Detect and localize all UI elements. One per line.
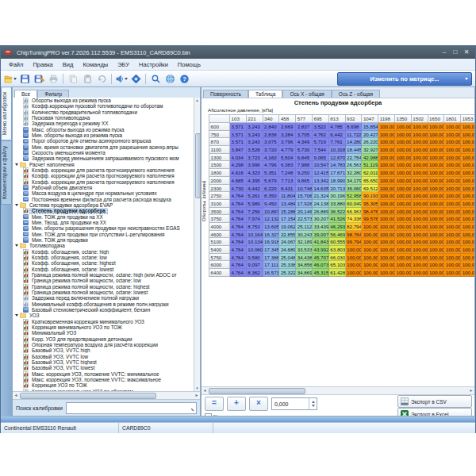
paste-icon[interactable] (81, 72, 94, 85)
grid-cell[interactable]: 4,764 (230, 261, 247, 269)
grid-cell[interactable]: 3,723 (247, 154, 263, 162)
tree-folder[interactable]: Система продувки адсорбера EVAP (13, 202, 194, 208)
grid-cell[interactable]: 34,869 (296, 269, 313, 277)
grid-cell[interactable]: 100,000 (412, 146, 428, 154)
grid-cell[interactable]: 65,103 (329, 261, 346, 269)
scrollbar-thumb[interactable] (195, 133, 201, 198)
minimize-button[interactable]: – (439, 47, 450, 58)
export-excel-button[interactable]: Экспорт в Excel (397, 408, 472, 416)
grid-cell[interactable]: 100,000 (461, 200, 475, 208)
grid-cell[interactable]: 100,000 (461, 131, 475, 139)
chevron-down-icon[interactable] (13, 78, 17, 80)
grid-cell[interactable]: 100,000 (444, 200, 461, 208)
grid-cell[interactable]: 100,000 (428, 131, 445, 139)
grid-cell[interactable]: 100,000 (378, 238, 395, 246)
help-icon[interactable]: ? (178, 72, 190, 85)
grid-cell[interactable]: 100,000 (378, 208, 395, 216)
chevron-down-icon[interactable] (125, 78, 128, 80)
expander-icon[interactable] (15, 314, 18, 317)
tree-item[interactable]: Коэфф. коррекции для расчета прогнозируе… (13, 173, 194, 178)
grid-cell[interactable]: 2,669 (279, 123, 296, 131)
change-by-matrix-button[interactable]: Изменить по матрице... (337, 72, 472, 86)
grid-cell[interactable]: 9,097 (247, 261, 263, 269)
grid-cell[interactable]: 2,837 (296, 123, 313, 131)
grid-cell[interactable]: 3,243 (247, 123, 263, 131)
grid-cell[interactable]: 24,067 (279, 238, 296, 246)
grid-cell[interactable]: 100,000 (412, 177, 428, 185)
save-icon[interactable] (18, 72, 31, 85)
grid-cell[interactable]: 3,796 (279, 138, 296, 146)
grid-cell[interactable]: 100,000 (461, 185, 475, 193)
grid-cell[interactable]: 100,000 (362, 231, 378, 239)
grid-cell[interactable]: 100,000 (395, 146, 412, 154)
grid-cell[interactable]: 100,000 (428, 169, 445, 177)
grid-cell[interactable]: 4,323 (247, 169, 263, 177)
grid-cell[interactable]: 100,000 (395, 123, 412, 131)
grid-cell[interactable]: 34,438 (296, 254, 313, 262)
grid-cell[interactable]: 100,000 (378, 215, 395, 223)
grid-cell[interactable]: 16,918 (263, 238, 280, 246)
tree-item[interactable]: Пусковая топливоподача (13, 115, 194, 121)
spin-down-icon[interactable] (312, 405, 315, 407)
grid-cell[interactable]: 9,450 (263, 200, 280, 208)
grid-cell[interactable]: 19,062 (279, 223, 296, 231)
copy-icon[interactable] (67, 72, 79, 85)
grid-cell[interactable]: 17,111 (263, 261, 280, 269)
grid-cell[interactable]: 69,512 (362, 185, 378, 193)
tree-item[interactable]: 12Мин. время остановки двигателя для раз… (13, 144, 194, 150)
add-button[interactable]: + (227, 397, 246, 411)
grid-cell[interactable]: 7,713 (279, 177, 296, 185)
grid-cell[interactable]: 100,000 (395, 254, 412, 262)
expander-icon[interactable] (15, 244, 18, 247)
grid-cell[interactable]: 100,000 (428, 208, 445, 216)
grid-cell[interactable]: 11,804 (279, 192, 296, 200)
close-button[interactable]: ✕ (461, 47, 472, 58)
grid-cell[interactable]: 13,605 (263, 223, 280, 231)
grid-cell[interactable]: 6,383 (279, 161, 296, 169)
grid-cell[interactable]: 100,000 (412, 223, 428, 231)
tree-item[interactable]: Коэфф.коррекции пусковой топливоподачи п… (13, 103, 194, 109)
tree-item[interactable]: Коэфф. коррекции для расчета прогнозируе… (13, 179, 194, 185)
grid-cell[interactable]: 24,138 (313, 200, 329, 208)
grid-cell[interactable]: 3,075 (263, 138, 280, 146)
grid-cell[interactable]: 3,522 (313, 123, 329, 131)
tree-vertical-scrollbar[interactable]: ▲ ▼ (194, 98, 200, 391)
grid-cell[interactable]: 4,764 (230, 269, 247, 277)
grid-cell[interactable]: 3,705 (296, 131, 313, 139)
grid-cell[interactable]: 7,248 (279, 169, 296, 177)
grid-cell[interactable]: 100,000 (444, 192, 461, 200)
grid-cell[interactable]: 17,345 (263, 246, 280, 254)
tree-item[interactable]: Корр. УОЗ для предотвращения детонации (13, 336, 194, 341)
grid-cell[interactable]: 22,573 (296, 215, 313, 223)
grid-cell[interactable]: 100,000 (428, 261, 445, 269)
grid-cell[interactable]: 100,000 (444, 146, 461, 154)
grid-cell[interactable]: 8,753 (247, 223, 263, 231)
undo-icon[interactable] (95, 72, 108, 85)
tree-folder[interactable]: Расчет наполнения (13, 162, 194, 167)
grid-cell[interactable]: 100,000 (412, 254, 428, 262)
grid-cell[interactable]: 100,000 (378, 161, 395, 169)
grid-cell[interactable]: 33,439 (313, 223, 329, 231)
grid-cell[interactable]: 5,989 (247, 200, 263, 208)
table-horizontal-scrollbar[interactable]: ◄ ► (202, 386, 474, 395)
grid-cell[interactable]: 100,000 (378, 131, 395, 139)
grid-cell[interactable]: 82,794 (346, 223, 363, 231)
grid-cell[interactable]: 4,764 (230, 223, 247, 231)
grid-cell[interactable]: 6,845 (296, 154, 313, 162)
grid-cell[interactable]: 16,573 (263, 269, 280, 277)
grid-cell[interactable]: 25,112 (296, 223, 313, 231)
grid-cell[interactable]: 30,243 (296, 231, 313, 239)
grid-cell[interactable]: 15,706 (296, 192, 313, 200)
grid-cell[interactable]: 4,796 (263, 161, 280, 169)
grid-cell[interactable]: 24,689 (279, 246, 296, 254)
grid-cell[interactable]: 100,000 (346, 261, 363, 269)
grid-cell[interactable]: 100,000 (412, 192, 428, 200)
grid-cell[interactable]: 95,305 (362, 200, 378, 208)
grid-cell[interactable]: 8,362 (247, 269, 263, 277)
grid-cell[interactable]: 100,000 (444, 246, 461, 254)
grid-cell[interactable]: 6,220 (263, 185, 280, 193)
scroll-up-arrow[interactable]: ▲ (194, 98, 200, 103)
grid-cell[interactable]: 100,000 (378, 138, 395, 146)
grid-cell[interactable]: 3,996 (247, 161, 263, 169)
grid-cell[interactable]: 3,284 (279, 131, 296, 139)
